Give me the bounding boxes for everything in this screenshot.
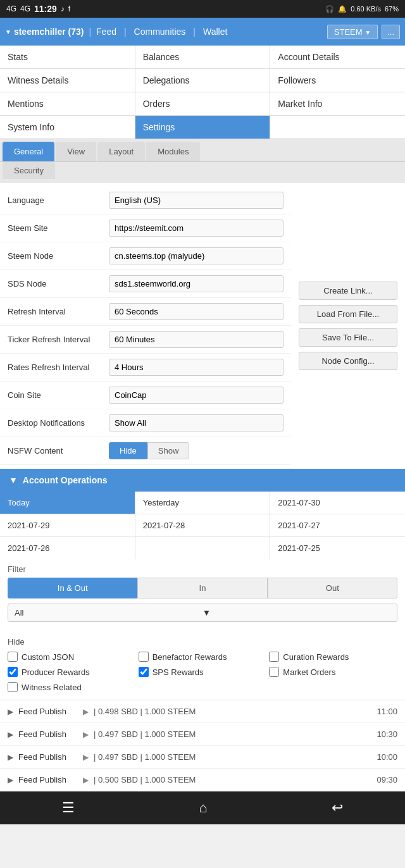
create-link-button[interactable]: Create Link...: [299, 282, 397, 300]
language-select[interactable]: English (US): [109, 192, 284, 209]
nav-followers[interactable]: Followers: [270, 69, 405, 92]
nav-account-details[interactable]: Account Details: [270, 46, 405, 68]
nav-pipe-3: |: [193, 27, 196, 37]
feed-item-values-1: | 0.497 SBD | 1.000 STEEM: [94, 729, 371, 739]
expand-icon-3: ▶: [8, 776, 13, 784]
checkbox-witness-related: Witness Related: [8, 682, 136, 692]
date-today[interactable]: Today: [0, 492, 135, 514]
status-bar: 4G 4G 11:29 ♪ f 🎧 🔔 0.60 KB/s 67%: [0, 0, 405, 18]
checkbox-market-orders: Market Orders: [269, 667, 397, 677]
feed-item-title-0: Feed Publish: [18, 707, 75, 716]
dropdown-arrow-icon: ▼: [5, 28, 11, 35]
steem-button[interactable]: STEEM ▼: [327, 25, 378, 39]
nav-link-wallet[interactable]: Wallet: [203, 27, 227, 37]
section-collapse-icon: ▼: [9, 475, 18, 485]
checkbox-custom-json: Custom JSON: [8, 652, 136, 662]
save-to-file-button[interactable]: Save To File...: [299, 328, 397, 347]
benefactor-rewards-checkbox[interactable]: [139, 652, 149, 662]
steem-node-select[interactable]: cn.steems.top (maiyude): [109, 247, 284, 264]
sps-rewards-checkbox[interactable]: [139, 667, 149, 677]
witness-related-label: Witness Related: [22, 683, 82, 692]
desktop-notifications-select[interactable]: Show All: [109, 414, 284, 431]
rates-refresh-select[interactable]: 4 Hours: [109, 359, 284, 376]
tab-view[interactable]: View: [56, 142, 96, 161]
nsfw-show-button[interactable]: Show: [147, 442, 190, 459]
filter-in[interactable]: In: [137, 578, 267, 598]
nav-stats[interactable]: Stats: [0, 46, 135, 68]
nav-system-info[interactable]: System Info: [0, 116, 135, 139]
nav-pipe-1: |: [89, 27, 91, 37]
tab-security[interactable]: Security: [3, 162, 55, 179]
account-operations-header: ▼ Account Operations: [0, 469, 405, 492]
nav-witness-details[interactable]: Witness Details: [0, 69, 135, 92]
date-yesterday[interactable]: Yesterday: [135, 492, 271, 514]
sds-node-select[interactable]: sds1.steemworld.org: [109, 275, 284, 292]
nav-orders[interactable]: Orders: [135, 92, 271, 115]
hide-label: Hide: [8, 637, 397, 647]
setting-sds-node: SDS Node sds1.steemworld.org: [0, 270, 291, 298]
sds-node-control: sds1.steemworld.org: [109, 275, 284, 292]
settings-panel: Language English (US) Steem Site https:/…: [0, 183, 405, 469]
date-2021-07-29[interactable]: 2021-07-29: [0, 514, 135, 536]
tab-layout[interactable]: Layout: [97, 142, 145, 161]
date-2021-07-28[interactable]: 2021-07-28: [135, 514, 271, 536]
battery-indicator: 67%: [385, 5, 399, 13]
more-options-button[interactable]: ...: [382, 25, 400, 39]
desktop-notifications-label: Desktop Notifications: [8, 418, 109, 428]
filter-in-and-out[interactable]: In & Out: [8, 578, 137, 598]
steem-site-select[interactable]: https://steemit.com: [109, 220, 284, 237]
menu-button[interactable]: ☰: [49, 797, 87, 819]
node-config-button[interactable]: Node Config...: [299, 352, 397, 370]
feed-item-3[interactable]: ▶ Feed Publish ▶ | 0.500 SBD | 1.000 STE…: [0, 769, 405, 791]
refresh-interval-select[interactable]: 60 Seconds: [109, 303, 284, 320]
nsfw-hide-button[interactable]: Hide: [109, 442, 147, 459]
curation-rewards-checkbox[interactable]: [269, 652, 279, 662]
back-button[interactable]: ↩: [319, 797, 356, 819]
steem-site-control: https://steemit.com: [109, 220, 284, 237]
producer-rewards-checkbox[interactable]: [8, 667, 18, 677]
feed-item-2[interactable]: ▶ Feed Publish ▶ | 0.497 SBD | 1.000 STE…: [0, 746, 405, 769]
nav-balances[interactable]: Balances: [135, 46, 271, 68]
setting-language: Language English (US): [0, 187, 291, 214]
top-nav-right: STEEM ▼ ...: [327, 25, 400, 39]
nav-mentions[interactable]: Mentions: [0, 92, 135, 115]
date-row-3: 2021-07-26 2021-07-25: [0, 537, 405, 559]
tab-general[interactable]: General: [3, 142, 54, 161]
ticker-refresh-select[interactable]: 60 Minutes: [109, 331, 284, 348]
nav-market-info[interactable]: Market Info: [270, 92, 405, 115]
date-2021-07-27[interactable]: 2021-07-27: [270, 514, 405, 536]
filter-label: Filter: [8, 564, 397, 574]
nav-link-communities[interactable]: Communities: [134, 27, 186, 37]
coin-site-control: CoinCap: [109, 387, 284, 404]
nav-settings[interactable]: Settings: [135, 116, 271, 139]
settings-left: Language English (US) Steem Site https:/…: [0, 187, 291, 465]
market-orders-checkbox[interactable]: [269, 667, 279, 677]
rates-refresh-label: Rates Refresh Interval: [8, 363, 109, 372]
language-control: English (US): [109, 192, 284, 209]
nav-delegations[interactable]: Delegations: [135, 69, 271, 92]
home-button[interactable]: ⌂: [186, 797, 220, 819]
date-2021-07-25[interactable]: 2021-07-25: [270, 537, 405, 559]
setting-coin-site: Coin Site CoinCap: [0, 381, 291, 409]
curation-rewards-label: Curation Rewards: [283, 652, 349, 662]
witness-related-checkbox[interactable]: [8, 682, 18, 692]
hide-section: Hide Custom JSON Benefactor Rewards Cura…: [0, 632, 405, 700]
custom-json-checkbox[interactable]: [8, 652, 18, 662]
status-left: 4G 4G 11:29 ♪ f: [6, 4, 70, 14]
feed-item-1[interactable]: ▶ Feed Publish ▶ | 0.497 SBD | 1.000 STE…: [0, 723, 405, 746]
date-2021-07-26[interactable]: 2021-07-26: [0, 537, 135, 559]
filter-out[interactable]: Out: [268, 578, 397, 598]
nav-link-feed[interactable]: Feed: [96, 27, 116, 37]
setting-ticker-refresh: Ticker Refresh Interval 60 Minutes: [0, 326, 291, 354]
nav-row-1: Stats Balances Account Details: [0, 46, 405, 69]
feed-item-values-2: | 0.497 SBD | 1.000 STEEM: [94, 752, 371, 762]
load-from-file-button[interactable]: Load From File...: [299, 305, 397, 323]
benefactor-rewards-label: Benefactor Rewards: [153, 652, 227, 662]
ticker-refresh-label: Ticker Refresh Interval: [8, 335, 109, 344]
tab-modules[interactable]: Modules: [146, 142, 200, 161]
feed-item-0[interactable]: ▶ Feed Publish ▶ | 0.498 SBD | 1.000 STE…: [0, 700, 405, 723]
custom-json-label: Custom JSON: [22, 652, 74, 662]
coin-site-select[interactable]: CoinCap: [109, 387, 284, 404]
date-2021-07-30[interactable]: 2021-07-30: [270, 492, 405, 514]
filter-dropdown[interactable]: All ▼: [8, 604, 397, 622]
